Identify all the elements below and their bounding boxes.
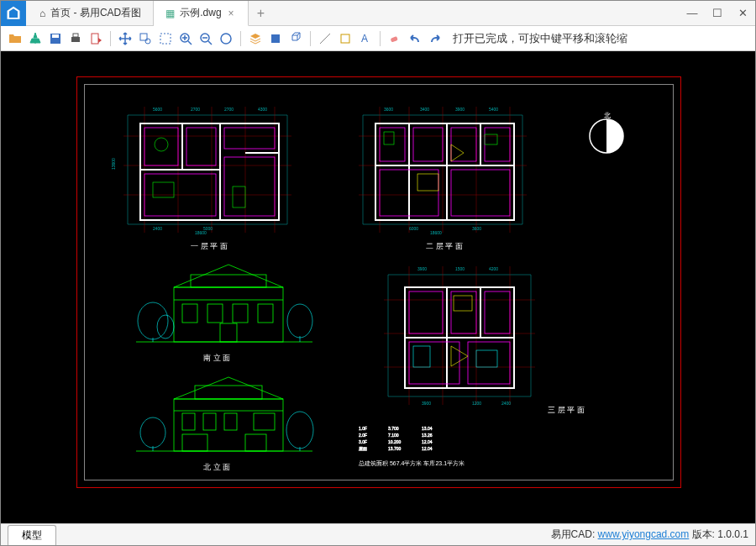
svg-text:3900: 3900 [417, 266, 427, 271]
elev-south-label: 南 立 面 [203, 353, 230, 364]
palm-button[interactable] [26, 29, 45, 48]
svg-point-37 [155, 138, 168, 151]
svg-text:12.04: 12.04 [422, 439, 433, 444]
svg-text:13.04: 13.04 [422, 426, 433, 431]
tab-drawing[interactable]: ▦ 示例.dwg × [154, 1, 248, 26]
new-tab-button[interactable]: + [249, 6, 273, 21]
save-button[interactable] [46, 29, 65, 48]
svg-rect-72 [384, 132, 394, 144]
pan-button[interactable] [116, 29, 134, 48]
svg-text:3900: 3900 [422, 401, 431, 406]
svg-text:A: A [361, 33, 368, 45]
svg-rect-60 [375, 123, 514, 220]
svg-rect-1 [52, 34, 59, 38]
zoom-window-button[interactable] [136, 29, 155, 48]
block-button[interactable] [266, 29, 285, 48]
svg-text:12.04: 12.04 [422, 446, 433, 451]
svg-rect-135 [476, 350, 497, 367]
svg-text:4300: 4300 [258, 107, 267, 112]
svg-rect-84 [174, 287, 283, 342]
svg-rect-99 [174, 399, 283, 451]
sheet-tab-model[interactable]: 模型 [8, 525, 56, 545]
svg-rect-132 [468, 342, 510, 384]
measure-line-button[interactable] [316, 29, 334, 48]
svg-rect-102 [182, 413, 195, 430]
svg-rect-90 [258, 304, 273, 323]
svg-text:3.0F: 3.0F [359, 439, 367, 444]
zoom-extents-button[interactable] [156, 29, 175, 48]
layers-button[interactable] [246, 29, 265, 48]
svg-rect-39 [233, 186, 245, 207]
svg-rect-14 [391, 36, 398, 42]
svg-rect-101 [195, 386, 262, 399]
svg-text:3600: 3600 [472, 226, 481, 231]
measure-rect-button[interactable] [336, 29, 354, 48]
svg-rect-36 [224, 157, 275, 216]
svg-text:6000: 6000 [409, 226, 418, 231]
3d-button[interactable] [286, 29, 305, 48]
window-controls: — ☐ ✕ [680, 1, 755, 26]
svg-rect-2 [71, 37, 80, 42]
tab-home[interactable]: ⌂ 首页 - 易用CAD看图 [28, 1, 154, 26]
footer-info: 易用CAD: www.yiyongcad.com 版本: 1.0.0.1 [551, 528, 748, 542]
svg-rect-128 [409, 291, 443, 333]
canvas-area[interactable]: 56002700 27004300 18600 13600 24005000 一… [1, 51, 755, 523]
svg-point-10 [221, 34, 231, 44]
svg-text:2400: 2400 [153, 226, 162, 231]
text-button[interactable]: A [356, 29, 375, 48]
floor1-label: 一 层 平 面 [191, 241, 228, 252]
svg-point-93 [138, 302, 168, 339]
minimize-button[interactable]: — [680, 1, 705, 26]
zoom-out-button[interactable] [197, 29, 215, 48]
area-text: 总建筑面积 567.4平方米 车库23.1平方米 [359, 459, 465, 468]
svg-rect-107 [245, 434, 266, 451]
svg-text:1.0F: 1.0F [359, 426, 367, 431]
svg-rect-104 [224, 413, 237, 430]
svg-text:13.26: 13.26 [422, 433, 433, 438]
export-button[interactable] [87, 29, 105, 48]
svg-rect-11 [271, 34, 280, 43]
svg-rect-91 [220, 323, 237, 342]
svg-point-111 [286, 412, 313, 449]
svg-text:4200: 4200 [489, 266, 498, 271]
drawing-icon: ▦ [165, 8, 175, 19]
svg-text:18600: 18600 [430, 230, 442, 235]
svg-text:5600: 5600 [153, 107, 162, 112]
svg-rect-32 [144, 128, 178, 165]
floor-plan-3: 39001500 4200 39001200 2400 [371, 262, 548, 409]
svg-text:3400: 3400 [420, 107, 429, 112]
svg-rect-38 [153, 182, 174, 197]
svg-text:2700: 2700 [224, 107, 234, 112]
close-icon[interactable]: × [227, 8, 236, 19]
floor-plan-1: 56002700 27004300 18600 13600 24005000 [111, 102, 304, 237]
svg-rect-12 [341, 34, 349, 43]
svg-point-109 [140, 417, 165, 448]
zoom-in-button[interactable] [176, 29, 195, 48]
svg-marker-100 [174, 377, 283, 399]
erase-button[interactable] [386, 29, 404, 48]
svg-rect-34 [224, 128, 275, 149]
toolbar: A 打开已完成，可按中键平移和滚轮缩 [1, 26, 755, 51]
website-link[interactable]: www.yiyongcad.com [598, 528, 690, 540]
print-button[interactable] [66, 29, 85, 48]
maximize-button[interactable]: ☐ [705, 1, 730, 26]
svg-text:5000: 5000 [203, 226, 213, 231]
svg-rect-7 [160, 34, 171, 44]
svg-rect-130 [485, 291, 510, 333]
zoom-all-button[interactable] [217, 29, 235, 48]
svg-text:2700: 2700 [191, 107, 200, 112]
elevation-north [128, 367, 321, 459]
elevation-south [128, 258, 321, 350]
app-logo [1, 1, 26, 26]
undo-button[interactable] [406, 29, 424, 48]
open-button[interactable] [6, 29, 24, 48]
svg-rect-71 [417, 174, 438, 191]
svg-text:1200: 1200 [472, 401, 481, 406]
close-button[interactable]: ✕ [730, 1, 755, 26]
svg-rect-133 [454, 296, 472, 311]
svg-rect-106 [182, 434, 207, 451]
svg-rect-70 [451, 170, 510, 216]
titlebar: ⌂ 首页 - 易用CAD看图 ▦ 示例.dwg × + — ☐ ✕ [1, 1, 755, 26]
svg-rect-89 [233, 304, 248, 323]
redo-button[interactable] [426, 29, 444, 48]
